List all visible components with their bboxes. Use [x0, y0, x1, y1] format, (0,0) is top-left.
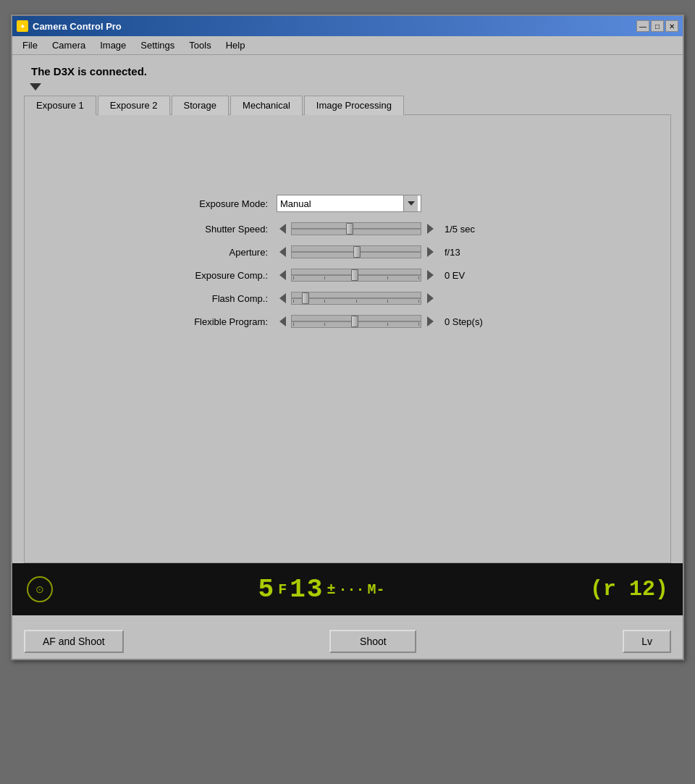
- tick: [387, 323, 388, 326]
- lcd-plus-minus: ±: [327, 581, 335, 598]
- exposure-comp-widget: 0 EV: [277, 269, 543, 282]
- flexible-program-decrease-btn[interactable]: [277, 316, 288, 327]
- flexible-program-track[interactable]: [291, 315, 421, 328]
- tick: [324, 277, 325, 279]
- shoot-button[interactable]: Shoot: [329, 630, 416, 653]
- arrow-left-icon: [279, 316, 286, 326]
- tab-exposure2[interactable]: Exposure 2: [98, 96, 170, 115]
- aperture-row: Aperture:: [152, 245, 543, 258]
- lcd-display-panel: ⊙ 5 F 13 ± ··· M- (r 12): [12, 563, 683, 615]
- shutter-speed-label: Shutter Speed:: [152, 224, 268, 235]
- tab-mechanical[interactable]: Mechanical: [230, 96, 303, 115]
- lcd-dots: ···: [338, 581, 364, 598]
- arrow-right-icon: [427, 270, 434, 280]
- flash-comp-thumb[interactable]: [302, 292, 309, 304]
- maximize-button[interactable]: □: [651, 20, 664, 32]
- arrow-right-icon: [427, 293, 434, 303]
- arrow-right-icon: [427, 247, 434, 257]
- exposure-mode-widget: Manual: [277, 195, 543, 212]
- exposure-comp-increase-btn[interactable]: [424, 269, 436, 281]
- menu-help[interactable]: Help: [219, 38, 253, 53]
- tick: [293, 300, 294, 303]
- tick: [324, 300, 325, 303]
- tick: [418, 277, 419, 279]
- tick: [418, 323, 419, 326]
- arrow-left-icon: [279, 224, 286, 234]
- tab-content-exposure1: Exposure Mode: Manual Shutter Speed:: [24, 114, 671, 563]
- collapse-arrow-icon[interactable]: [30, 83, 41, 90]
- menu-camera[interactable]: Camera: [45, 38, 93, 53]
- exposure-mode-select[interactable]: Manual: [277, 195, 421, 212]
- aperture-thumb[interactable]: [353, 246, 361, 258]
- shutter-speed-value: 1/5 sec: [445, 224, 495, 235]
- flexible-program-increase-btn[interactable]: [424, 316, 436, 327]
- lcd-right-display: (r 12): [590, 577, 668, 602]
- flash-comp-track[interactable]: [291, 292, 421, 305]
- aperture-widget: f/13: [277, 245, 543, 258]
- minimize-button[interactable]: —: [636, 20, 649, 32]
- lcd-f-subscript: F: [278, 581, 287, 598]
- button-row: AF and Shoot Shoot Lv: [12, 623, 683, 659]
- lv-button[interactable]: Lv: [623, 630, 671, 653]
- close-button[interactable]: ✕: [665, 20, 678, 32]
- window-controls: — □ ✕: [636, 20, 678, 32]
- tick: [418, 300, 419, 303]
- aperture-increase-btn[interactable]: [424, 246, 436, 258]
- exposure-comp-label: Exposure Comp.:: [152, 270, 268, 281]
- lcd-main-display: 5 F 13 ± ··· M-: [53, 575, 590, 604]
- tick: [293, 323, 294, 326]
- tab-bar: Exposure 1 Exposure 2 Storage Mechanical…: [24, 95, 671, 114]
- arrow-left-icon: [279, 270, 286, 280]
- shutter-speed-thumb[interactable]: [346, 223, 353, 235]
- tab-exposure1[interactable]: Exposure 1: [24, 96, 96, 115]
- exposure-mode-dropdown-btn[interactable]: [403, 195, 418, 211]
- lcd-focus-icon: ⊙: [27, 576, 53, 602]
- aperture-slider-container: f/13: [277, 245, 495, 258]
- flash-comp-row: Flash Comp.:: [152, 292, 543, 305]
- focus-icon-symbol: ⊙: [35, 583, 44, 595]
- menu-image[interactable]: Image: [93, 38, 133, 53]
- exposure-mode-row: Exposure Mode: Manual: [152, 195, 543, 212]
- shutter-track-line: [292, 228, 421, 229]
- shutter-speed-decrease-btn[interactable]: [277, 223, 288, 235]
- tick: [387, 277, 388, 279]
- exposure-comp-track[interactable]: [291, 269, 421, 282]
- flexible-program-slider-container: 0 Step(s): [277, 315, 495, 328]
- exposure-mode-value: Manual: [280, 198, 403, 209]
- tab-image-processing[interactable]: Image Processing: [304, 96, 404, 115]
- lcd-shutter-value: 5: [258, 575, 276, 604]
- app-icon: ✦: [17, 20, 28, 32]
- title-bar-left: ✦ Camera Control Pro: [17, 20, 122, 32]
- flash-comp-increase-btn[interactable]: [424, 292, 436, 304]
- shutter-speed-row: Shutter Speed:: [152, 222, 543, 235]
- exposure-mode-label: Exposure Mode:: [152, 198, 268, 209]
- exposure-comp-thumb[interactable]: [351, 269, 358, 281]
- exposure-comp-slider-container: 0 EV: [277, 269, 495, 282]
- arrow-left-icon: [279, 247, 286, 257]
- shutter-speed-increase-btn[interactable]: [424, 223, 436, 235]
- aperture-decrease-btn[interactable]: [277, 246, 288, 258]
- flash-comp-slider-container: [277, 292, 495, 305]
- af-and-shoot-button[interactable]: AF and Shoot: [24, 630, 124, 653]
- lcd-aperture-value: 13: [290, 575, 324, 604]
- tab-storage[interactable]: Storage: [172, 96, 229, 115]
- arrow-right-icon: [427, 224, 434, 234]
- flash-comp-decrease-btn[interactable]: [277, 292, 288, 304]
- lcd-zero: M-: [367, 581, 384, 598]
- arrow-right-icon: [427, 316, 434, 326]
- flexible-program-thumb[interactable]: [351, 316, 358, 327]
- controls-area: Exposure Mode: Manual Shutter Speed:: [39, 195, 656, 328]
- flash-comp-widget: [277, 292, 543, 305]
- menu-settings[interactable]: Settings: [133, 38, 182, 53]
- shutter-speed-track[interactable]: [291, 222, 421, 235]
- menu-tools[interactable]: Tools: [182, 38, 218, 53]
- exposure-comp-decrease-btn[interactable]: [277, 269, 288, 281]
- main-window: ✦ Camera Control Pro — □ ✕ File Camera I…: [11, 14, 684, 660]
- connection-status: The D3X is connected.: [24, 65, 671, 77]
- exposure-comp-value: 0 EV: [445, 270, 495, 281]
- aperture-label: Aperture:: [152, 247, 268, 258]
- aperture-track[interactable]: [291, 245, 421, 258]
- menu-file[interactable]: File: [15, 38, 45, 53]
- flexible-program-widget: 0 Step(s): [277, 315, 543, 328]
- menu-bar: File Camera Image Settings Tools Help: [12, 36, 683, 55]
